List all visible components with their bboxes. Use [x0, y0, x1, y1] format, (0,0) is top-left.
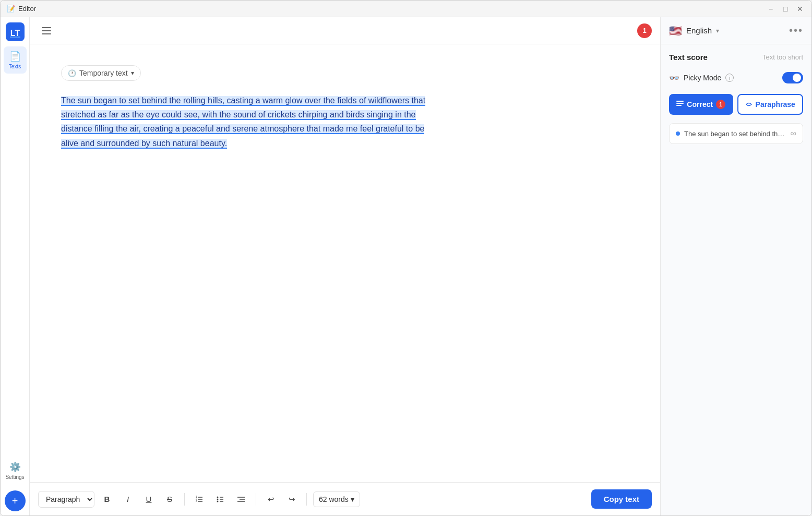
action-buttons: Correct 1 Paraphrase: [669, 94, 803, 115]
picky-mode-label: Picky Mode: [684, 74, 721, 82]
suggestion-text: The sun began to set behind the roll...: [684, 130, 786, 138]
word-count-label: 62 words: [319, 495, 349, 503]
text-score-label: Text score: [669, 53, 708, 62]
sidebar-toggle-button[interactable]: [38, 22, 55, 39]
texts-icon: 📄: [9, 51, 21, 62]
svg-rect-23: [676, 105, 682, 106]
bold-button[interactable]: B: [99, 491, 115, 508]
correct-icon: [676, 101, 684, 108]
correct-count-badge: 1: [716, 100, 725, 109]
right-panel-header: 🇺🇸 English ▾ •••: [661, 17, 811, 44]
word-count-button[interactable]: 62 words ▾: [313, 491, 360, 507]
more-options-button[interactable]: •••: [789, 25, 803, 37]
copy-text-label: Copy text: [604, 495, 639, 503]
expand-icon: ∞: [791, 129, 796, 138]
info-icon[interactable]: i: [725, 74, 734, 82]
svg-rect-3: [42, 27, 51, 28]
editor-area[interactable]: 🕐 Temporary text ▾ The sun began to set …: [30, 44, 660, 482]
center-content: 1 🕐 Temporary text ▾ The sun began to se…: [30, 17, 660, 515]
paragraph-format-select[interactable]: Paragraph: [38, 491, 94, 508]
sidebar-texts-label: Texts: [9, 64, 21, 69]
maximize-button[interactable]: □: [780, 4, 791, 14]
notification-badge[interactable]: 1: [637, 23, 652, 38]
picky-mode-left: 👓 Picky Mode i: [669, 73, 734, 83]
left-sidebar: LT 📄 Texts ⚙️ Settings +: [1, 17, 30, 515]
undo-button[interactable]: ↩: [262, 491, 279, 508]
italic-button[interactable]: I: [120, 491, 136, 508]
document-header: 🕐 Temporary text ▾: [61, 65, 629, 81]
editor-text-content[interactable]: The sun began to set behind the rolling …: [61, 93, 426, 150]
picky-mode-row: 👓 Picky Mode i ✓: [669, 70, 803, 86]
close-button[interactable]: ✕: [795, 4, 805, 14]
chevron-down-icon: ▾: [131, 69, 134, 77]
correct-label: Correct: [687, 100, 713, 109]
suggestion-dot: [676, 131, 680, 136]
app-icon: 📝: [7, 5, 15, 13]
indent-button[interactable]: [233, 491, 249, 508]
picky-mode-toggle[interactable]: ✓: [782, 72, 803, 83]
ordered-list-button[interactable]: 1 2 3: [191, 491, 208, 508]
clock-icon: 🕐: [68, 69, 76, 77]
paraphrase-button[interactable]: Paraphrase: [737, 94, 804, 115]
new-text-button[interactable]: +: [5, 490, 26, 511]
settings-icon: ⚙️: [9, 461, 21, 473]
top-toolbar: 1: [30, 17, 660, 44]
app-window: 📝 Editor − □ ✕ LT 📄 Texts: [0, 0, 812, 516]
bottom-toolbar: Paragraph B I U S 1 2 3: [30, 482, 660, 515]
paraphrase-label: Paraphrase: [756, 100, 795, 109]
suggestion-item[interactable]: The sun began to set behind the roll... …: [669, 123, 803, 144]
right-panel: 🇺🇸 English ▾ ••• Text score Text too sho…: [660, 17, 811, 515]
strikethrough-button[interactable]: S: [161, 491, 178, 508]
minimize-button[interactable]: −: [766, 4, 776, 14]
sidebar-item-texts[interactable]: 📄 Texts: [4, 46, 27, 74]
unordered-list-button[interactable]: [212, 491, 229, 508]
toggle-slider: ✓: [782, 72, 803, 83]
svg-rect-21: [676, 101, 684, 102]
document-title-button[interactable]: 🕐 Temporary text ▾: [61, 65, 141, 81]
correct-button[interactable]: Correct 1: [669, 94, 733, 115]
main-layout: LT 📄 Texts ⚙️ Settings +: [1, 17, 811, 515]
word-count-chevron: ▾: [351, 495, 354, 503]
redo-button[interactable]: ↪: [283, 491, 300, 508]
panel-body: Text score Text too short 👓 Picky Mode i…: [661, 44, 811, 152]
language-flag-icon: 🇺🇸: [669, 25, 682, 37]
toolbar-divider-2: [256, 493, 256, 506]
highlighted-text: The sun began to set behind the rolling …: [61, 96, 425, 149]
underline-button[interactable]: U: [140, 491, 157, 508]
language-chevron-icon: ▾: [716, 27, 719, 34]
text-score-value: Text too short: [762, 53, 803, 61]
svg-rect-22: [676, 103, 684, 104]
sidebar-item-settings[interactable]: ⚙️ Settings: [4, 457, 27, 484]
copy-text-button[interactable]: Copy text: [591, 489, 652, 509]
window-controls: − □ ✕: [766, 4, 805, 14]
toolbar-divider-1: [184, 493, 185, 506]
svg-rect-4: [42, 30, 51, 31]
svg-text:3: 3: [196, 499, 197, 502]
svg-text:LT: LT: [10, 29, 20, 38]
glasses-icon: 👓: [669, 73, 679, 83]
app-logo: LT: [5, 21, 26, 42]
notification-count: 1: [642, 27, 646, 34]
svg-point-12: [217, 496, 219, 498]
window-title: Editor: [18, 5, 36, 13]
svg-point-14: [217, 500, 219, 502]
toolbar-divider-3: [306, 493, 307, 506]
plus-icon: +: [12, 495, 18, 507]
sidebar-settings-label: Settings: [5, 474, 24, 480]
paraphrase-icon: [745, 101, 753, 108]
svg-rect-5: [42, 33, 51, 34]
language-label: English: [686, 26, 712, 35]
svg-point-13: [217, 498, 219, 500]
text-score-row: Text score Text too short: [669, 53, 803, 62]
title-bar: 📝 Editor − □ ✕: [1, 1, 811, 17]
document-title: Temporary text: [79, 69, 128, 77]
